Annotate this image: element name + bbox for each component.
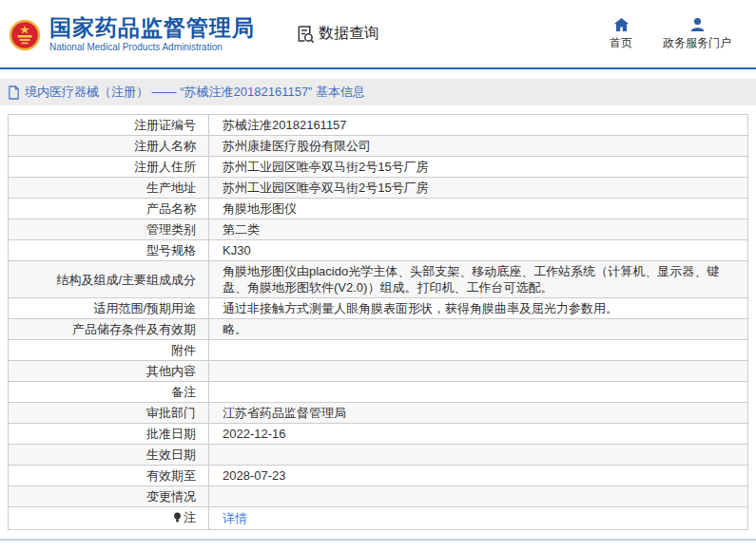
table-row: 注册人名称 苏州康捷医疗股份有限公司: [9, 136, 748, 157]
table-row: 生效日期: [9, 445, 748, 466]
row-label: 备注: [9, 382, 209, 403]
row-value: 详情: [209, 507, 748, 530]
row-label: 型号规格: [9, 240, 209, 261]
user-icon: [689, 17, 706, 32]
row-label: 产品储存条件及有效期: [9, 319, 209, 340]
table-row: 生产地址 苏州工业园区唯亭双马街2号15号厂房: [9, 178, 748, 199]
row-value: [209, 486, 748, 507]
nav-portal-label: 政务服务门户: [663, 35, 731, 51]
document-icon: [8, 86, 20, 100]
row-value: 苏州康捷医疗股份有限公司: [209, 136, 748, 157]
data-query-section[interactable]: 数据查询: [295, 24, 379, 44]
nav-home-label: 首页: [610, 35, 632, 51]
table-row: 型号规格 KJ30: [9, 240, 748, 261]
table-row: 适用范围/预期用途 通过非接触方式测量人眼角膜表面形状，获得角膜曲率及屈光力参数…: [9, 298, 748, 319]
row-label: 管理类别: [9, 219, 209, 240]
row-value: 苏械注准20182161157: [209, 115, 748, 136]
row-label: 生产地址: [9, 178, 209, 199]
table-row: 批准日期 2022-12-16: [9, 424, 748, 445]
row-value: [209, 361, 748, 382]
row-value: 略。: [209, 319, 748, 340]
table-row: 其他内容: [9, 361, 748, 382]
table-row: 结构及组成/主要组成成分 角膜地形图仪由placido光学主体、头部支架、移动底…: [9, 261, 748, 298]
table-row: 有效期至 2028-07-23: [9, 466, 748, 486]
row-label: 注册人住所: [9, 157, 209, 178]
table-row: 备注: [9, 382, 748, 403]
table-row: 审批部门 江苏省药品监督管理局: [9, 403, 748, 424]
top-nav: 首页 政务服务门户: [610, 17, 731, 51]
home-icon: [613, 17, 630, 32]
row-label: 有效期至: [9, 466, 209, 486]
row-value: 苏州工业园区唯亭双马街2号15号厂房: [209, 157, 748, 178]
row-value: 通过非接触方式测量人眼角膜表面形状，获得角膜曲率及屈光力参数用。: [209, 298, 748, 319]
row-label: 生效日期: [9, 445, 209, 466]
table-row: 附件: [9, 340, 748, 361]
row-value: 第二类: [209, 219, 748, 240]
info-table: 注册证编号 苏械注准20182161157 注册人名称 苏州康捷医疗股份有限公司…: [8, 114, 748, 530]
row-label: 变更情况: [9, 486, 209, 507]
site-title: 国家药品监督管理局: [49, 15, 255, 40]
row-value: 苏州工业园区唯亭双马街2号15号厂房: [209, 178, 748, 199]
row-value: 2022-12-16: [209, 424, 748, 445]
table-row: 注册证编号 苏械注准20182161157: [9, 115, 748, 136]
row-value: 2028-07-23: [209, 466, 748, 486]
row-label: 注册证编号: [9, 115, 209, 136]
row-label: 注册人名称: [9, 136, 209, 157]
row-label: 产品名称: [9, 199, 209, 219]
row-value: 江苏省药品监督管理局: [209, 403, 748, 424]
logo-title-block[interactable]: 国家药品监督管理局 National Medical Products Admi…: [49, 15, 255, 52]
row-label: 批准日期: [9, 424, 209, 445]
footer-divider: [0, 539, 756, 542]
nav-home[interactable]: 首页: [610, 17, 632, 51]
row-label: 附件: [9, 340, 209, 361]
row-value: [209, 382, 748, 403]
data-query-icon: [295, 24, 315, 44]
row-label: 结构及组成/主要组成成分: [9, 261, 209, 298]
row-value: 角膜地形图仪: [209, 199, 748, 219]
site-subtitle: National Medical Products Administration: [49, 42, 255, 52]
table-row: 注册人住所 苏州工业园区唯亭双马街2号15号厂房: [9, 157, 748, 178]
breadcrumb-bar: 境内医疗器械（注册） —— “苏械注准20182161157” 基本信息: [0, 79, 756, 105]
note-icon: [173, 512, 182, 523]
row-value: 角膜地形图仪由placido光学主体、头部支架、移动底座、工作站系统（计算机、显…: [209, 261, 748, 298]
table-row: 变更情况: [9, 486, 748, 507]
header: 国家药品监督管理局 National Medical Products Admi…: [0, 0, 756, 69]
table-row: 产品名称 角膜地形图仪: [9, 199, 748, 219]
data-query-label: 数据查询: [319, 24, 379, 44]
row-label: 其他内容: [9, 361, 209, 382]
row-label: 审批部门: [9, 403, 209, 424]
row-label: 适用范围/预期用途: [9, 298, 209, 319]
table-row: 产品储存条件及有效期 略。: [9, 319, 748, 340]
row-label: 注: [9, 507, 209, 530]
row-value: [209, 445, 748, 466]
details-link[interactable]: 详情: [223, 511, 247, 525]
national-emblem: [9, 19, 41, 51]
table-row: 注 详情: [9, 507, 748, 530]
breadcrumb-text: 境内医疗器械（注册） —— “苏械注准20182161157” 基本信息: [25, 84, 365, 101]
row-value: KJ30: [209, 240, 748, 261]
row-value: [209, 340, 748, 361]
table-row: 管理类别 第二类: [9, 219, 748, 240]
nav-portal[interactable]: 政务服务门户: [663, 17, 731, 51]
